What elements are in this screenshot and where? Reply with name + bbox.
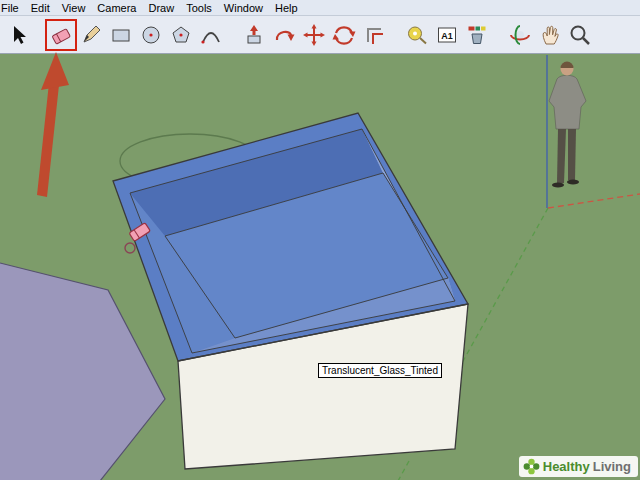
- menu-item-camera[interactable]: Camera: [91, 2, 142, 14]
- viewport[interactable]: Translucent_Glass_Tinted Healthy Living: [0, 55, 640, 480]
- tool-paint-bucket-button[interactable]: [462, 20, 492, 50]
- pan-icon: [538, 23, 562, 47]
- watermark-word-healthy: Healthy: [543, 459, 590, 474]
- figure-leg: [557, 129, 566, 183]
- rotate-icon: [332, 23, 356, 47]
- tool-tape-measure-button[interactable]: [402, 20, 432, 50]
- line-icon: [79, 23, 103, 47]
- tool-zoom-button[interactable]: [565, 20, 595, 50]
- offset-icon: [362, 23, 386, 47]
- tool-circle-button[interactable]: [136, 20, 166, 50]
- figure-leg: [568, 129, 576, 180]
- menu-item-view[interactable]: View: [56, 2, 92, 14]
- tool-followme-button[interactable]: [269, 20, 299, 50]
- healthy-living-logo-icon: [523, 458, 540, 475]
- circle-icon: [139, 23, 163, 47]
- menu-item-edit[interactable]: Edit: [25, 2, 56, 14]
- axis-green-segment: [398, 461, 409, 480]
- material-tooltip: Translucent_Glass_Tinted: [318, 363, 442, 378]
- tool-pushpull-button[interactable]: [239, 20, 269, 50]
- axis-green: [462, 208, 548, 363]
- rectangle-icon: [109, 23, 133, 47]
- polygon-icon: [169, 23, 193, 47]
- text-icon: A1: [435, 23, 459, 47]
- tool-select-button[interactable]: [3, 20, 33, 50]
- svg-text:A1: A1: [441, 31, 453, 41]
- zoom-icon: [568, 23, 592, 47]
- tool-move-button[interactable]: [299, 20, 329, 50]
- sketchup-window: FileEditViewCameraDrawToolsWindowHelp A1: [0, 0, 640, 480]
- tool-rotate-button[interactable]: [329, 20, 359, 50]
- arc-icon: [199, 23, 223, 47]
- orbit-icon: [508, 23, 532, 47]
- tool-rectangle-button[interactable]: [106, 20, 136, 50]
- tool-text-button[interactable]: A1: [432, 20, 462, 50]
- tool-arc-button[interactable]: [196, 20, 226, 50]
- menu-item-help[interactable]: Help: [269, 2, 304, 14]
- tape-measure-icon: [405, 23, 429, 47]
- figure-body: [549, 75, 586, 129]
- pushpull-icon: [242, 23, 266, 47]
- watermark: Healthy Living: [519, 456, 638, 477]
- tool-eraser-button[interactable]: [46, 20, 76, 50]
- tool-offset-button[interactable]: [359, 20, 389, 50]
- tool-pan-button[interactable]: [535, 20, 565, 50]
- toolbar: A1: [0, 16, 640, 54]
- move-icon: [302, 23, 326, 47]
- menu-item-draw[interactable]: Draw: [142, 2, 180, 14]
- scale-figure[interactable]: [549, 62, 586, 188]
- purple-face[interactable]: [0, 263, 165, 480]
- 3d-scene[interactable]: [0, 55, 640, 480]
- menu-item-tools[interactable]: Tools: [180, 2, 218, 14]
- figure-foot: [567, 180, 579, 185]
- tool-polygon-button[interactable]: [166, 20, 196, 50]
- figure-foot: [552, 183, 564, 188]
- menu-item-file[interactable]: File: [0, 2, 25, 14]
- watermark-word-living: Living: [593, 459, 631, 474]
- axis-red: [548, 194, 640, 208]
- menu-item-window[interactable]: Window: [218, 2, 269, 14]
- eraser-icon: [49, 23, 73, 47]
- menu-bar: FileEditViewCameraDrawToolsWindowHelp: [0, 0, 640, 16]
- select-icon: [6, 23, 30, 47]
- figure-hair: [561, 62, 574, 69]
- tool-line-button[interactable]: [76, 20, 106, 50]
- paint-bucket-icon: [465, 23, 489, 47]
- followme-icon: [272, 23, 296, 47]
- tool-orbit-button[interactable]: [505, 20, 535, 50]
